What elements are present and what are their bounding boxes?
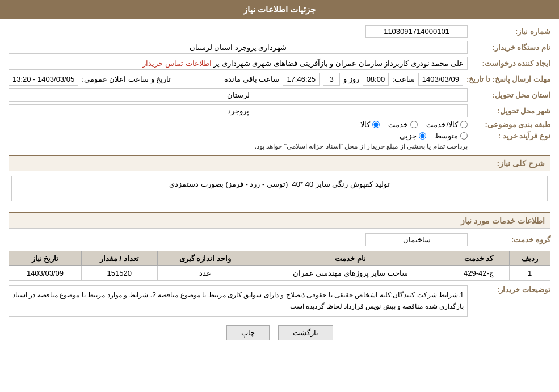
deadline-remaining: 17:46:25 xyxy=(283,73,320,86)
col-date: تاریخ نیاز xyxy=(9,251,82,266)
purchase-partial-option[interactable]: جزیی xyxy=(400,132,426,140)
service-info-header: اطلاعات خدمات مورد نیاز xyxy=(9,212,550,229)
purchase-partial-radio[interactable] xyxy=(419,132,426,140)
description-label: شرح کلی نیاز: xyxy=(497,159,545,168)
action-buttons: بازگشت چاپ xyxy=(9,325,550,340)
service-info-label: اطلاعات خدمات مورد نیاز xyxy=(461,216,545,225)
col-unit: واحد اندازه گیری xyxy=(157,251,253,266)
col-quantity: تعداد / مقدار xyxy=(81,251,157,266)
announcement-value: 1403/03/05 - 13:20 xyxy=(9,73,78,86)
need-number-label: شماره نیاز: xyxy=(471,27,550,36)
col-row: ردیف xyxy=(510,251,550,266)
deadline-time-label: ساعت: xyxy=(392,75,415,83)
purchase-medium-radio[interactable] xyxy=(460,132,468,140)
deadline-days: 3 xyxy=(323,73,340,86)
need-number-value: 1103091714000101 xyxy=(365,25,468,38)
description-section-header: شرح کلی نیاز: xyxy=(9,155,550,171)
category-goods-service-label: کالا/خدمت xyxy=(426,120,458,129)
service-group-value: ساختمان xyxy=(365,233,468,246)
buyer-notes-value: 1.شرایط شرکت کنندگان:کلیه اشخاص حقیقی یا… xyxy=(9,285,468,317)
page-title: جزئیات اطلاعات نیاز xyxy=(243,5,316,14)
services-table-container: ردیف کد خدمت نام خدمت واحد اندازه گیری ت… xyxy=(9,251,550,281)
city-label: شهر محل تحویل: xyxy=(471,107,550,115)
purchase-medium-label: متوسط xyxy=(435,132,458,140)
purchase-type-label: نوع فرآیند خرید : xyxy=(471,132,550,140)
col-name: نام خدمت xyxy=(253,251,448,266)
buyer-org-label: نام دستگاه خریدار: xyxy=(471,43,550,52)
category-label: طبقه بندی موضوعی: xyxy=(471,120,550,129)
category-goods-service-option[interactable]: کالا/خدمت xyxy=(426,120,468,129)
services-table: ردیف کد خدمت نام خدمت واحد اندازه گیری ت… xyxy=(9,251,550,281)
buyer-notes-label: توضیحات خریدار: xyxy=(471,285,550,294)
deadline-time: 08:00 xyxy=(363,73,389,86)
description-textarea: تولید کفپوش رنگی سایز 40 *40 (توسی - زرد… xyxy=(11,176,548,201)
contact-link[interactable]: اطلاعات تماس خریدار xyxy=(142,59,211,68)
deadline-days-label: روز و xyxy=(343,75,359,83)
category-goods-option[interactable]: کالا xyxy=(360,120,380,129)
category-group: کالا/خدمت خدمت کالا xyxy=(9,120,468,129)
col-code: کد خدمت xyxy=(448,251,510,266)
purchase-partial-label: جزیی xyxy=(400,132,417,140)
buyer-org-value: شهرداری پروجرد استان لرستان xyxy=(9,41,468,54)
purchase-options: متوسط جزیی پرداخت تمام یا بخشی از مبلغ خ… xyxy=(9,132,468,150)
province-value: لرستان xyxy=(9,88,468,102)
buyer-notes-text: 1.شرایط شرکت کنندگان:کلیه اشخاص حقیقی یا… xyxy=(12,291,464,310)
back-button[interactable]: بازگشت xyxy=(278,325,333,340)
page-header: جزئیات اطلاعات نیاز xyxy=(0,0,559,19)
category-goods-radio[interactable] xyxy=(372,121,380,128)
deadline-label: مهلت ارسال پاسخ: تا تاریخ: xyxy=(466,75,550,83)
city-value: پروجرد xyxy=(9,104,468,117)
requester-label: ایجاد کننده درخواست: xyxy=(471,59,550,68)
announcement-label: تاریخ و ساعت اعلان عمومی: xyxy=(82,75,171,83)
service-group-label: گروه خدمت: xyxy=(471,235,550,244)
category-service-option[interactable]: خدمت xyxy=(388,120,418,129)
purchase-medium-option[interactable]: متوسط xyxy=(435,132,468,140)
print-button[interactable]: چاپ xyxy=(226,325,270,340)
category-service-radio[interactable] xyxy=(410,121,418,128)
requester-value: علی محمد نودری کاربرداز سازمان عمران و ب… xyxy=(9,57,468,70)
category-service-label: خدمت xyxy=(388,120,408,129)
table-row: 1ج-42-429ساخت سایر پروژهای مهندسی عمرانع… xyxy=(9,266,550,281)
deadline-remaining-label: ساعت باقی مانده xyxy=(224,75,279,83)
deadline-date: 1403/03/09 xyxy=(418,73,463,86)
province-label: استان محل تحویل: xyxy=(471,91,550,99)
requester-name: علی محمد نودری کاربرداز سازمان عمران و ب… xyxy=(213,59,464,68)
purchase-note: پرداخت تمام یا بخشی از مبلغ خریدار از مح… xyxy=(9,142,468,150)
category-goods-service-radio[interactable] xyxy=(460,121,468,128)
category-goods-label: کالا xyxy=(360,120,370,129)
